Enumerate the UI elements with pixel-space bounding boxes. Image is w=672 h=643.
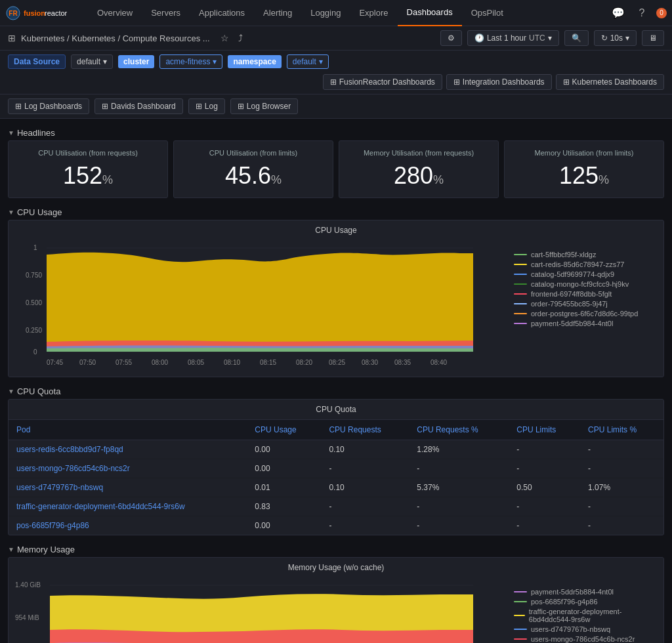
legend-label-catalog: catalog-5df9699774-qdjx9 xyxy=(531,270,614,278)
cpu-usage-2: 0.01 xyxy=(247,478,321,497)
nav-applications[interactable]: Applications xyxy=(190,0,254,26)
grid-icon-5: ⊞ xyxy=(15,102,22,111)
secondary-nav-bar: ⊞ Log Dashboards ⊞ Davids Dashboard ⊞ Lo… xyxy=(0,94,672,119)
chevron-down-icon-memory: ▼ xyxy=(8,546,14,553)
table-row: users-mongo-786cd54c6b-ncs2r 0.00 - - - … xyxy=(9,459,663,478)
cpu-usage-section-title: CPU Usage xyxy=(17,207,62,217)
col-cpu-requests[interactable]: CPU Requests xyxy=(321,420,409,440)
cpu-limits-pct-0: - xyxy=(580,440,663,459)
legend-label-traffic-mem: traffic-generator-deployment-6bd4ddc544-… xyxy=(529,608,658,623)
legend-color-frontend xyxy=(514,293,527,295)
time-range-label: Last 1 hour xyxy=(487,33,526,43)
legend-label-pos-mem: pos-6685f796-g4p86 xyxy=(531,598,598,606)
col-pod[interactable]: Pod xyxy=(9,420,247,440)
legend-item-catalog: catalog-5df9699774-qdjx9 xyxy=(514,270,658,278)
cpu-chart-area[interactable]: 1 0.750 0.500 0.250 0 xyxy=(14,240,509,371)
dashboard-settings-button[interactable]: ⚙ xyxy=(440,30,462,46)
legend-item-traffic-mem: traffic-generator-deployment-6bd4ddc544-… xyxy=(514,608,658,623)
notifications-badge[interactable]: 0 xyxy=(656,8,667,18)
nav-right-controls: 💬 ? 0 xyxy=(609,4,667,22)
nav-overview[interactable]: Overview xyxy=(88,0,142,26)
table-row: users-redis-6cc8bbd9d7-fp8qd 0.00 0.10 1… xyxy=(9,440,663,459)
svg-text:954 MiB: 954 MiB xyxy=(15,614,39,621)
cpu-requests-title: CPU Utilisation (from requests) xyxy=(38,149,138,157)
col-cpu-limits[interactable]: CPU Limits xyxy=(509,420,580,440)
chevron-down-icon-quota: ▼ xyxy=(8,388,14,395)
chat-icon[interactable]: 💬 xyxy=(609,4,627,22)
pod-name-4: pos-6685f796-g4p86 xyxy=(9,516,247,535)
legend-label-payment-mem: payment-5ddr5b884-4nt0l xyxy=(531,588,614,596)
cpu-limits-1: - xyxy=(509,459,580,478)
fusion-reactor-dashboards-link[interactable]: ⊞ FusionReactor Dashboards xyxy=(323,74,442,90)
filters-bar: Data Source default ▾ cluster acme-fitne… xyxy=(0,51,672,94)
namespace-select[interactable]: default ▾ xyxy=(287,54,329,69)
share-icon[interactable]: ⤴ xyxy=(236,31,245,45)
cpu-quota-table: Pod CPU Usage CPU Requests CPU Requests … xyxy=(9,420,663,535)
pod-link-0[interactable]: users-redis-6cc8bbd9d7-fp8qd xyxy=(16,445,123,454)
legend-item-frontend: frontend-6974ff8dbb-5fglt xyxy=(514,290,658,298)
favorite-icon[interactable]: ☆ xyxy=(218,31,232,45)
col-cpu-usage[interactable]: CPU Usage xyxy=(247,420,321,440)
grid-icon: ⊞ xyxy=(8,33,16,43)
integration-dashboards-link[interactable]: ⊞ Integration Dashboards xyxy=(446,74,552,90)
zoom-out-button[interactable]: 🔍 xyxy=(564,30,589,46)
svg-text:08:30: 08:30 xyxy=(362,359,378,366)
legend-color-users-mongo-mem xyxy=(514,638,527,640)
log-button[interactable]: ⊞ Log xyxy=(188,98,225,114)
memory-usage-section-header[interactable]: ▼ Memory Usage xyxy=(8,541,664,557)
legend-label-users-d-mem: users-d7479767b-nbswq xyxy=(531,625,610,633)
cpu-usage-section-header[interactable]: ▼ CPU Usage xyxy=(8,203,664,220)
chevron-down-icon-2: ▾ xyxy=(625,33,629,43)
grid-icon-3: ⊞ xyxy=(453,77,460,87)
nav-dashboards[interactable]: Dashboards xyxy=(398,0,462,26)
cluster-select[interactable]: acme-fitness ▾ xyxy=(159,54,222,69)
cpu-usage-4: 0.00 xyxy=(247,516,321,535)
nav-logging[interactable]: Logging xyxy=(301,0,350,26)
pod-link-1[interactable]: users-mongo-786cd54c6b-ncs2r xyxy=(16,464,130,473)
kubernetes-dashboards-link[interactable]: ⊞ Kubernetes Dashboards xyxy=(556,74,664,90)
cpu-chart-title: CPU Usage xyxy=(14,226,658,235)
log-dashboards-button[interactable]: ⊞ Log Dashboards xyxy=(8,98,89,114)
magnify-icon: 🔍 xyxy=(572,33,581,43)
pod-link-3[interactable]: traffic-generator-deployment-6bd4ddc544-… xyxy=(16,502,185,511)
svg-text:0: 0 xyxy=(33,348,37,356)
help-icon[interactable]: ? xyxy=(633,4,651,22)
log-browser-button[interactable]: ⊞ Log Browser xyxy=(230,98,298,114)
cpu-usage-chart-section: CPU Usage 1 0.750 0.500 0.250 0 xyxy=(8,220,664,377)
memory-chart-area[interactable]: 1.40 GiB 954 MiB 477 MiB 0 B xyxy=(14,577,509,643)
tv-mode-button[interactable]: 🖥 xyxy=(642,30,664,46)
nav-opspilot[interactable]: OpsPilot xyxy=(462,0,513,26)
legend-item-order-postgres: order-postgres-6f6c7d8d6c-99tpd xyxy=(514,310,658,318)
breadcrumb-actions: ☆ ⤴ xyxy=(218,31,245,45)
table-row: traffic-generator-deployment-6bd4ddc544-… xyxy=(9,497,663,516)
cpu-limits-title: CPU Utilisation (from limits) xyxy=(209,149,297,157)
cpu-limits-4: - xyxy=(509,516,580,535)
legend-color-cart xyxy=(514,254,527,255)
grid-icon-7: ⊞ xyxy=(196,102,202,111)
svg-text:reactor: reactor xyxy=(45,9,68,17)
col-cpu-limits-pct[interactable]: CPU Limits % xyxy=(580,420,663,440)
legend-item-payment-mem: payment-5ddr5b884-4nt0l xyxy=(514,588,658,596)
time-range-button[interactable]: 🕐 Last 1 hour UTC ▾ xyxy=(467,30,559,46)
svg-text:08:05: 08:05 xyxy=(188,359,204,366)
pod-link-4[interactable]: pos-6685f796-g4p86 xyxy=(16,521,89,530)
table-row: users-d7479767b-nbswq 0.01 0.10 5.37% 0.… xyxy=(9,478,663,497)
cpu-requests-value: 152% xyxy=(63,162,113,190)
legend-label-order-postgres: order-postgres-6f6c7d8d6c-99tpd xyxy=(531,310,638,318)
col-cpu-requests-pct[interactable]: CPU Requests % xyxy=(409,420,509,440)
nav-explore[interactable]: Explore xyxy=(350,0,397,26)
chevron-down-icon-headlines: ▼ xyxy=(8,129,14,136)
davids-dashboard-button[interactable]: ⊞ Davids Dashboard xyxy=(94,98,183,114)
refresh-button[interactable]: ↻ 10s ▾ xyxy=(594,30,637,46)
data-source-select[interactable]: default ▾ xyxy=(71,54,113,69)
nav-servers[interactable]: Servers xyxy=(142,0,190,26)
cpu-quota-section-header[interactable]: ▼ CPU Quota xyxy=(8,383,664,399)
nav-alerting[interactable]: Alerting xyxy=(254,0,301,26)
pod-link-2[interactable]: users-d7479767b-nbswq xyxy=(16,483,103,492)
legend-item-catalog-mongo: catalog-mongo-fcf9cfcc9-hj9kv xyxy=(514,280,658,288)
svg-text:07:55: 07:55 xyxy=(116,359,132,366)
svg-text:fusion: fusion xyxy=(24,9,45,17)
headlines-section-header[interactable]: ▼ Headlines xyxy=(8,124,664,140)
memory-requests-title: Memory Utilisation (from requests) xyxy=(364,149,474,157)
cpu-requests-pct-3: - xyxy=(409,497,509,516)
